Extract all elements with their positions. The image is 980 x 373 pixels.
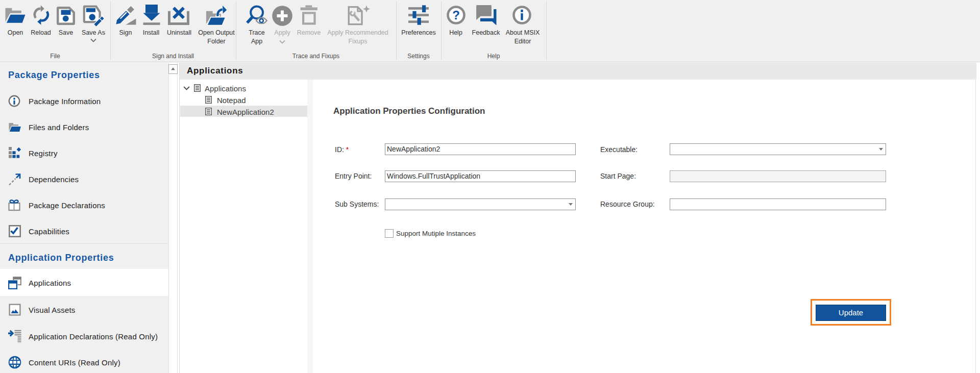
svg-text:?: ? [452, 8, 460, 22]
